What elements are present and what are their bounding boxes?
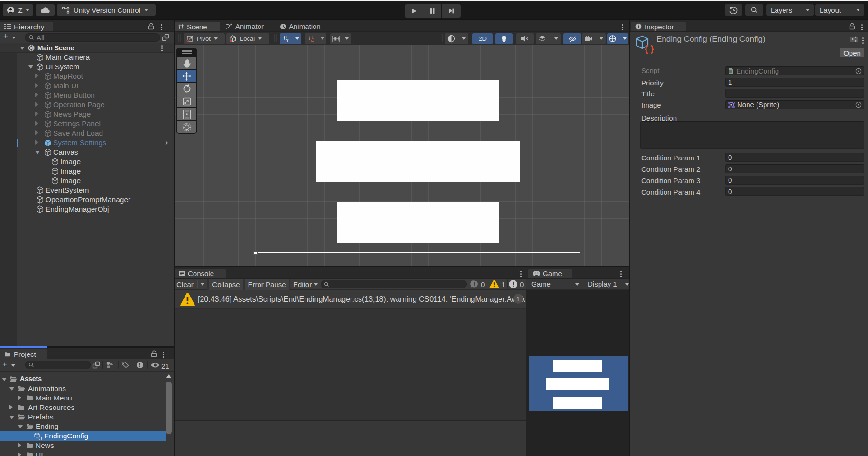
svg-text:Y: Y xyxy=(286,38,289,42)
